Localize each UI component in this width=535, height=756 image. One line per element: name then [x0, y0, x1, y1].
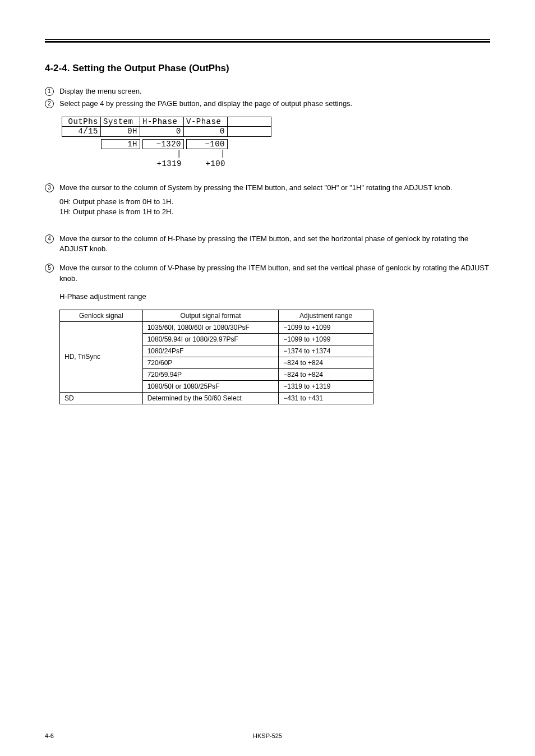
- display-header-outphs: OutPhs: [62, 117, 101, 127]
- td-range: −1099 to +1099: [279, 333, 373, 345]
- display-header-blank: [228, 117, 271, 127]
- table-header-row: Genlock signal Output signal format Adju…: [60, 310, 373, 321]
- step-3: 3 Move the cursor to the column of Syste…: [45, 183, 490, 193]
- step-3-notes: 0H: Output phase is from 0H to 1H. 1H: O…: [59, 197, 490, 217]
- display-header-hphase: H-Phase: [140, 117, 184, 127]
- td-range: −431 to +431: [279, 392, 373, 404]
- td-format: 1080/50I or 1080/25PsF: [142, 380, 279, 392]
- td-genlock-sd: SD: [60, 392, 143, 404]
- step-4: 4 Move the cursor to the column of H-Pha…: [45, 234, 490, 254]
- td-format: Determined by the 50/60 Select: [142, 392, 279, 404]
- display-hphase-min: −1320: [142, 139, 184, 149]
- step-number-1-icon: 1: [45, 87, 54, 96]
- td-range: −1374 to +1374: [279, 345, 373, 357]
- display-panel: OutPhs System H-Phase V-Phase 4/15 0H 0 …: [62, 117, 280, 169]
- td-genlock-hd: HD, TriSync: [60, 321, 143, 392]
- td-format: 1080/24PsF: [142, 345, 279, 357]
- hphase-range-table: Genlock signal Output signal format Adju…: [59, 310, 373, 404]
- pipe-icon: |: [140, 149, 184, 159]
- divider-thin: [45, 39, 490, 40]
- display-hphase-max: +1319: [140, 159, 184, 169]
- table-row: SD Determined by the 50/60 Select −431 t…: [60, 392, 373, 404]
- h-range-caption: H-Phase adjustment range: [59, 292, 490, 302]
- td-range: −824 to +824: [279, 357, 373, 368]
- step-1: 1 Display the menu screen.: [45, 86, 490, 96]
- step-5-text: Move the cursor to the column of V-Phase…: [59, 264, 489, 282]
- th-format: Output signal format: [142, 310, 279, 321]
- step-3-note-1h: 1H: Output phase is from 1H to 2H.: [59, 207, 490, 217]
- td-format: 720/59.94P: [142, 368, 279, 380]
- display-vphase-max: +100: [184, 159, 228, 169]
- step-5: 5 Move the cursor to the column of V-Pha…: [45, 263, 490, 302]
- display-val-hphase: 0: [140, 127, 184, 137]
- td-range: −1099 to +1099: [279, 321, 373, 333]
- step-number-4-icon: 4: [45, 234, 54, 243]
- th-range: Adjustment range: [279, 310, 373, 321]
- step-2-text: Select page 4 by pressing the PAGE butto…: [59, 99, 490, 109]
- footer-page-number: 4-6: [45, 732, 54, 739]
- step-2: 2 Select page 4 by pressing the PAGE but…: [45, 99, 490, 109]
- step-number-3-icon: 3: [45, 183, 54, 192]
- display-val-blank: [228, 127, 271, 137]
- display-val-page: 4/15: [62, 127, 101, 137]
- step-4-text: Move the cursor to the column of H-Phase…: [59, 234, 490, 254]
- display-vphase-min: −100: [186, 139, 228, 149]
- td-range: −824 to +824: [279, 368, 373, 380]
- step-3-note-0h: 0H: Output phase is from 0H to 1H.: [59, 197, 490, 207]
- td-format: 720/60P: [142, 357, 279, 368]
- td-range: −1319 to +1319: [279, 380, 373, 392]
- section-title: 4-2-4. Setting the Output Phase (OutPhs): [45, 63, 490, 74]
- divider-thick: [45, 41, 490, 43]
- td-format: 1080/59.94I or 1080/29.97PsF: [142, 333, 279, 345]
- display-alt-system: 1H: [101, 139, 140, 149]
- display-header-system: System: [101, 117, 140, 127]
- step-number-2-icon: 2: [45, 99, 54, 108]
- display-val-system: 0H: [101, 127, 140, 137]
- table-row: HD, TriSync 1035/60I, 1080/60I or 1080/3…: [60, 321, 373, 333]
- display-header-vphase: V-Phase: [184, 117, 228, 127]
- pipe-icon: |: [184, 149, 228, 159]
- display-val-vphase: 0: [184, 127, 228, 137]
- step-3-text: Move the cursor to the column of System …: [59, 183, 490, 193]
- step-1-text: Display the menu screen.: [59, 86, 490, 96]
- td-format: 1035/60I, 1080/60I or 1080/30PsF: [142, 321, 279, 333]
- display-range-row: 1H −1320 | +1319 −100 | +100: [101, 139, 280, 169]
- footer-doc-title: HKSP-525: [253, 732, 282, 739]
- step-number-5-icon: 5: [45, 264, 54, 273]
- th-genlock: Genlock signal: [60, 310, 143, 321]
